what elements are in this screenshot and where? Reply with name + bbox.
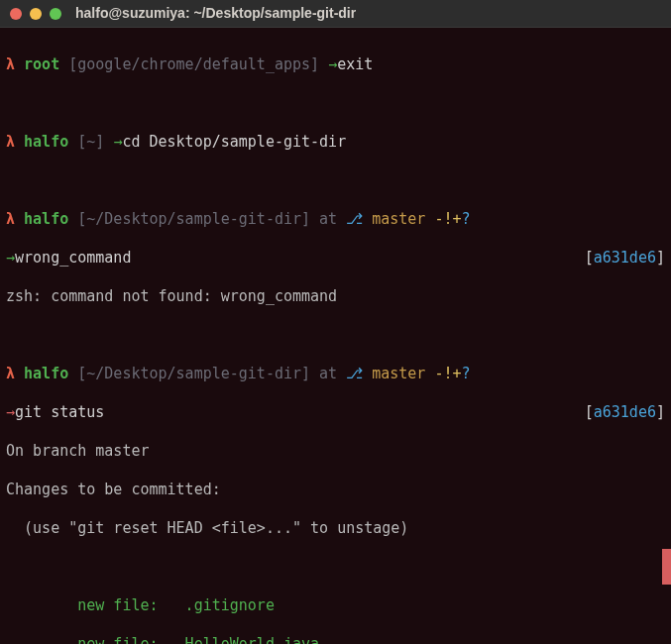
git-branch-icon: ⎇ xyxy=(346,210,363,228)
output-line: (use "git reset HEAD <file>..." to unsta… xyxy=(6,519,665,539)
close-icon[interactable] xyxy=(10,8,22,20)
command-line: [a631de6]→wrong_command xyxy=(6,249,665,268)
path: google/chrome/default_apps xyxy=(77,55,310,73)
new-file-line: new file: .gitignore xyxy=(6,596,665,616)
blank-line xyxy=(6,94,665,114)
blank-line xyxy=(6,326,665,346)
user: root xyxy=(24,55,59,73)
git-branch: master xyxy=(372,210,425,228)
bracket: ] xyxy=(656,249,665,267)
bracket: [ xyxy=(585,403,594,421)
terminal-body[interactable]: λ root [google/chrome/default_apps] →exi… xyxy=(0,28,671,644)
git-flags-tracked: -!+ xyxy=(434,210,461,228)
user: halfo xyxy=(24,365,68,382)
maximize-icon[interactable] xyxy=(50,8,61,20)
bracket: ] xyxy=(310,55,319,73)
bracket: ] xyxy=(301,210,310,228)
command-line: [a631de6]→git status xyxy=(6,403,665,423)
git-hash: a631de6 xyxy=(594,249,656,267)
user: halfo xyxy=(24,133,68,151)
scrollbar-thumb[interactable] xyxy=(662,549,671,585)
command: wrong_command xyxy=(15,249,131,267)
git-flags-tracked: -!+ xyxy=(434,365,461,382)
at-text: at xyxy=(319,210,337,228)
git-flags-untracked: ? xyxy=(462,210,471,228)
user: halfo xyxy=(24,210,68,228)
bracket: [ xyxy=(77,133,86,151)
command: exit xyxy=(337,55,373,73)
bracket: ] xyxy=(301,365,310,382)
path: ~/Desktop/sample-git-dir xyxy=(86,365,301,382)
window-title: halfo@suzumiya: ~/Desktop/sample-git-dir xyxy=(75,4,356,22)
minimize-icon[interactable] xyxy=(30,8,42,20)
prompt-line: λ halfo [~/Desktop/sample-git-dir] at ⎇ … xyxy=(6,365,665,384)
lambda-glyph: λ xyxy=(6,133,15,151)
lambda-glyph: λ xyxy=(6,55,15,73)
bracket: [ xyxy=(77,210,86,228)
bracket: [ xyxy=(585,249,594,267)
git-hash-badge: [a631de6] xyxy=(585,403,665,423)
bracket: ] xyxy=(95,133,104,151)
blank-line xyxy=(6,171,665,191)
output-line: zsh: command not found: wrong_command xyxy=(6,287,665,307)
arrow-icon: → xyxy=(6,249,15,267)
output-line: On branch master xyxy=(6,442,665,462)
prompt-line: λ halfo [~] →cd Desktop/sample-git-dir xyxy=(6,133,665,153)
bracket: [ xyxy=(68,55,77,73)
path: ~/Desktop/sample-git-dir xyxy=(86,210,301,228)
arrow-icon: → xyxy=(328,55,337,73)
output-line: Changes to be committed: xyxy=(6,481,665,500)
blank-line xyxy=(6,558,665,578)
git-branch-icon: ⎇ xyxy=(346,365,363,382)
at-text: at xyxy=(319,365,337,382)
git-branch: master xyxy=(372,365,425,382)
bracket: [ xyxy=(77,365,86,382)
command: cd Desktop/sample-git-dir xyxy=(122,133,346,151)
prompt-line: λ halfo [~/Desktop/sample-git-dir] at ⎇ … xyxy=(6,210,665,230)
prompt-line: λ root [google/chrome/default_apps] →exi… xyxy=(6,55,665,75)
command: git status xyxy=(15,403,104,421)
window-controls xyxy=(10,8,61,20)
git-flags-untracked: ? xyxy=(462,365,471,382)
git-hash: a631de6 xyxy=(594,403,656,421)
arrow-error-icon: → xyxy=(6,403,15,421)
new-file-line: new file: HelloWorld.java xyxy=(6,635,665,645)
path: ~ xyxy=(86,133,95,151)
lambda-glyph: λ xyxy=(6,210,15,228)
lambda-glyph: λ xyxy=(6,365,15,382)
bracket: ] xyxy=(656,403,665,421)
window-titlebar: halfo@suzumiya: ~/Desktop/sample-git-dir xyxy=(0,0,671,28)
git-hash-badge: [a631de6] xyxy=(585,249,665,268)
